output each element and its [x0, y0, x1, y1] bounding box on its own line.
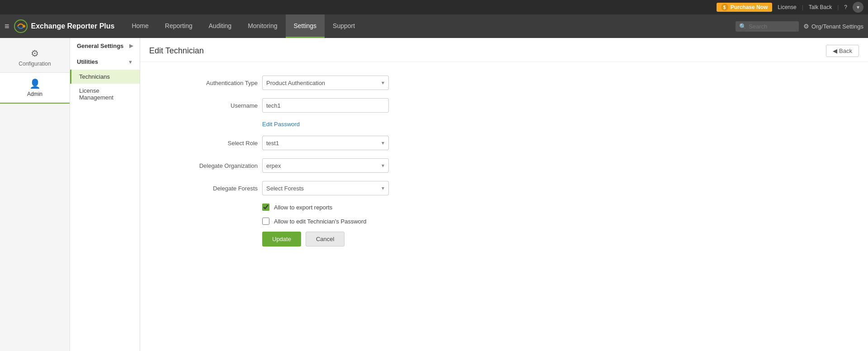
update-button[interactable]: Update — [262, 232, 301, 247]
sidebar-menu: General Settings ▶ Utilities ▼ Technicia… — [70, 38, 140, 351]
select-role-wrapper: test1 admin readonly — [262, 136, 389, 150]
sidebar-tab-configuration-label: Configuration — [19, 61, 51, 67]
logo-text: Exchange Reporter Plus — [31, 22, 115, 30]
section-utilities[interactable]: Utilities ▼ — [70, 54, 140, 70]
section-general-settings-label: General Settings — [77, 43, 123, 49]
hamburger-menu[interactable]: ≡ — [5, 22, 9, 31]
nav-support[interactable]: Support — [325, 14, 363, 38]
search-icon: 🔍 — [739, 23, 746, 30]
authentication-type-row: Authentication Type Product Authenticati… — [158, 76, 850, 90]
delegate-organization-label: Delegate Organization — [158, 162, 258, 169]
section-utilities-arrow: ▼ — [128, 59, 133, 65]
org-settings-label: Org/Tenant Settings — [811, 23, 863, 30]
allow-export-checkbox[interactable] — [262, 204, 269, 211]
allow-export-row: Allow to export reports — [262, 204, 850, 211]
authentication-type-select[interactable]: Product Authentication Active Directory — [262, 76, 389, 90]
select-role-select[interactable]: test1 admin readonly — [262, 136, 389, 150]
nav-settings[interactable]: Settings — [286, 14, 325, 38]
cancel-button[interactable]: Cancel — [306, 232, 344, 247]
authentication-type-wrapper: Product Authentication Active Directory — [262, 76, 389, 90]
help-link[interactable]: ? — [844, 4, 847, 10]
config-icon: ⚙ — [31, 48, 39, 59]
button-row: Update Cancel — [262, 232, 850, 247]
top-bar: $ Purchase Now License | Talk Back | ? ▾ — [0, 0, 868, 14]
main-nav: ≡ Exchange Reporter Plus Home Reporting … — [0, 14, 868, 38]
section-general-settings-arrow: ▶ — [129, 43, 133, 49]
edit-password-link[interactable]: Edit Password — [262, 121, 850, 128]
purchase-now-label: Purchase Now — [731, 4, 768, 10]
username-row: Username — [158, 98, 850, 113]
gear-icon: ⚙ — [803, 23, 809, 30]
allow-edit-password-row: Allow to edit Technician's Password — [262, 218, 850, 225]
username-input[interactable] — [262, 98, 389, 113]
allow-edit-password-checkbox[interactable] — [262, 218, 269, 225]
back-button[interactable]: ◀ Back — [826, 45, 859, 57]
delegate-forests-row: Delegate Forests Select Forests — [158, 181, 850, 195]
content-wrapper: ⚙ Configuration 👤 Admin General Settings… — [0, 38, 868, 351]
nav-auditing[interactable]: Auditing — [201, 14, 240, 38]
allow-edit-password-label: Allow to edit Technician's Password — [274, 218, 367, 225]
delegate-forests-select[interactable]: Select Forests — [262, 181, 389, 195]
main-content: Edit Technician ◀ Back Authentication Ty… — [140, 38, 868, 351]
nav-reporting[interactable]: Reporting — [157, 14, 201, 38]
sidebar: ⚙ Configuration 👤 Admin General Settings… — [0, 38, 140, 351]
nav-right: 🔍 ⚙ Org/Tenant Settings — [736, 21, 863, 32]
page-header: Edit Technician ◀ Back — [140, 38, 868, 62]
nav-monitoring[interactable]: Monitoring — [240, 14, 285, 38]
nav-home[interactable]: Home — [123, 14, 156, 38]
authentication-type-label: Authentication Type — [158, 80, 258, 86]
license-link[interactable]: License — [778, 4, 796, 10]
license-management-label: License Management — [79, 87, 133, 101]
purchase-now-button[interactable]: $ Purchase Now — [717, 3, 773, 12]
section-general-settings[interactable]: General Settings ▶ — [70, 38, 140, 54]
select-role-row: Select Role test1 admin readonly — [158, 136, 850, 150]
search-input[interactable] — [749, 23, 795, 30]
logo: Exchange Reporter Plus — [14, 19, 115, 33]
delegate-organization-row: Delegate Organization erpex — [158, 158, 850, 173]
allow-export-label: Allow to export reports — [274, 204, 332, 211]
coin-icon: $ — [721, 4, 728, 11]
technicians-label: Technicians — [79, 73, 110, 80]
nav-items: Home Reporting Auditing Monitoring Setti… — [123, 14, 736, 38]
search-box[interactable]: 🔍 — [736, 21, 799, 32]
logo-icon — [14, 19, 28, 33]
talk-back-link[interactable]: Talk Back — [809, 4, 832, 10]
sidebar-item-technicians[interactable]: Technicians — [70, 70, 140, 84]
delegate-organization-wrapper: erpex — [262, 158, 389, 173]
user-avatar[interactable]: ▾ — [853, 2, 863, 13]
select-role-label: Select Role — [158, 140, 258, 147]
svg-point-1 — [23, 25, 25, 28]
sidebar-item-license-management[interactable]: License Management — [70, 84, 140, 104]
sidebar-tab-list: ⚙ Configuration 👤 Admin — [0, 38, 70, 351]
delegate-forests-wrapper: Select Forests — [262, 181, 389, 195]
sidebar-tab-admin[interactable]: 👤 Admin — [0, 73, 70, 104]
username-label: Username — [158, 102, 258, 109]
delegate-organization-select[interactable]: erpex — [262, 158, 389, 173]
admin-icon: 👤 — [29, 78, 41, 89]
section-utilities-label: Utilities — [77, 58, 98, 65]
sidebar-tab-admin-label: Admin — [27, 91, 42, 97]
page-title: Edit Technician — [149, 46, 204, 56]
sidebar-tab-configuration[interactable]: ⚙ Configuration — [0, 43, 70, 73]
org-settings[interactable]: ⚙ Org/Tenant Settings — [803, 23, 863, 30]
form-area: Authentication Type Product Authenticati… — [140, 62, 868, 260]
delegate-forests-label: Delegate Forests — [158, 185, 258, 192]
